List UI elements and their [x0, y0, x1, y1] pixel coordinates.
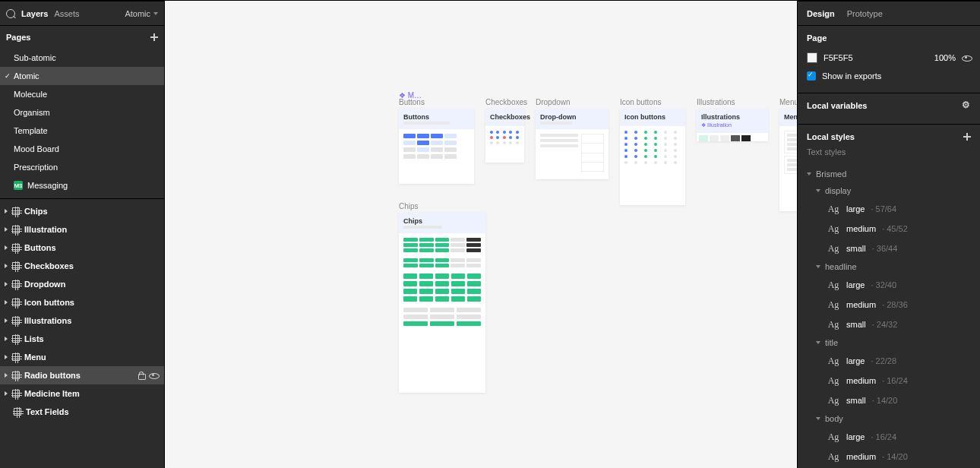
style-family-label: Brismed: [816, 169, 846, 179]
layer-label: Chips: [24, 207, 158, 216]
style-name: medium: [846, 376, 876, 385]
text-styles-list[interactable]: BrismeddisplayAglarge · 57/64Agmedium · …: [798, 160, 980, 468]
frame-icon: [12, 280, 20, 288]
text-style-item[interactable]: Agsmall · 14/20: [798, 391, 980, 410]
layer-item[interactable]: Chips: [0, 202, 164, 220]
style-group-header[interactable]: headline: [798, 258, 980, 275]
style-meta: · 16/24: [871, 432, 896, 441]
style-name: large: [846, 204, 865, 213]
text-style-item[interactable]: Aglarge · 57/64: [798, 199, 980, 219]
frame-icon: [12, 226, 20, 233]
text-style-item[interactable]: Agmedium · 16/24: [798, 371, 980, 391]
layer-item[interactable]: Radio buttons: [0, 366, 164, 384]
text-style-item[interactable]: Agsmall · 24/32: [798, 315, 980, 334]
layer-item[interactable]: Buttons: [0, 239, 164, 257]
frame-icon: [12, 244, 20, 251]
style-group-header[interactable]: display: [798, 182, 980, 199]
left-panel-header: Layers Assets Atomic: [0, 2, 164, 26]
page-item-label: Organism: [14, 108, 50, 117]
frame-checkboxes[interactable]: Checkboxes Checkboxes: [485, 109, 524, 163]
frame-illustrations[interactable]: Illustrations Illustrations ❖ Illustrati…: [697, 109, 768, 141]
chevron-right-icon[interactable]: [5, 373, 8, 378]
ag-icon: Ag: [827, 223, 840, 235]
show-exports-checkbox[interactable]: [807, 71, 816, 81]
page-item[interactable]: M3Messaging: [0, 176, 164, 194]
layer-label: Checkboxes: [24, 261, 158, 270]
page-item[interactable]: Atomic: [0, 67, 164, 85]
search-icon[interactable]: [6, 9, 15, 18]
chevron-right-icon[interactable]: [5, 264, 8, 268]
lock-icon[interactable]: [137, 371, 146, 380]
page-item[interactable]: Sub-atomic: [0, 49, 164, 67]
page-opacity[interactable]: 100%: [934, 53, 956, 62]
layer-item[interactable]: Checkboxes: [0, 257, 164, 275]
frame-title: Icon buttons: [624, 113, 681, 121]
chevron-right-icon[interactable]: [5, 337, 8, 341]
layer-item[interactable]: Medicine Item: [0, 384, 164, 403]
frame-chips[interactable]: Chips Chips: [399, 213, 485, 393]
eye-icon[interactable]: [962, 53, 971, 62]
add-page-icon[interactable]: [150, 33, 158, 41]
settings-icon[interactable]: [962, 101, 971, 110]
page-item[interactable]: Mood Board: [0, 140, 164, 158]
pages-list[interactable]: Sub-atomicAtomicMoleculeOrganismTemplate…: [0, 49, 164, 199]
text-style-item[interactable]: Agsmall · 36/44: [798, 239, 980, 258]
chevron-right-icon[interactable]: [5, 391, 8, 396]
text-style-item[interactable]: Aglarge · 32/40: [798, 275, 980, 295]
page-dropdown[interactable]: Atomic: [125, 9, 158, 18]
text-style-item[interactable]: Agmedium · 28/36: [798, 295, 980, 315]
chevron-right-icon[interactable]: [5, 318, 8, 323]
tab-design[interactable]: Design: [807, 9, 835, 18]
layer-item[interactable]: Illustrations: [0, 311, 164, 330]
style-group-label: title: [825, 338, 838, 347]
page-color-swatch[interactable]: [807, 52, 817, 63]
layers-list[interactable]: ChipsIllustrationButtonsCheckboxesDropdo…: [0, 199, 164, 468]
frame-buttons[interactable]: Buttons Buttons: [399, 109, 474, 184]
chevron-right-icon[interactable]: [5, 282, 8, 286]
chevron-right-icon[interactable]: [5, 245, 8, 250]
layer-item[interactable]: Text Fields: [0, 403, 164, 421]
canvas[interactable]: ❖ M… Buttons Buttons Checkboxes Checkbox…: [165, 1, 797, 468]
tab-layers[interactable]: Layers: [21, 9, 48, 18]
style-meta: · 28/36: [882, 300, 908, 309]
right-panel-tabs: Design Prototype: [798, 2, 980, 26]
text-style-item[interactable]: Aglarge · 22/28: [798, 351, 980, 371]
show-exports-label: Show in exports: [822, 71, 881, 81]
layer-label: Icon buttons: [24, 298, 158, 307]
chevron-right-icon[interactable]: [5, 227, 8, 232]
page-item[interactable]: Molecule: [0, 85, 164, 103]
layer-item[interactable]: Icon buttons: [0, 293, 164, 311]
layer-item[interactable]: Illustration: [0, 220, 164, 239]
page-item[interactable]: Organism: [0, 103, 164, 122]
eye-icon[interactable]: [149, 371, 158, 380]
page-item-label: Prescription: [14, 163, 58, 172]
frame-dropdown[interactable]: Dropdown Drop-down: [536, 109, 609, 179]
add-style-icon[interactable]: [963, 133, 971, 141]
page-item[interactable]: Template: [0, 122, 164, 140]
frame-title: Checkboxes: [490, 113, 520, 121]
frame-icon-buttons[interactable]: Icon buttons Icon buttons: [620, 109, 685, 205]
page-color-value[interactable]: F5F5F5: [824, 53, 853, 62]
style-group-header[interactable]: body: [798, 410, 980, 427]
text-style-item[interactable]: Agmedium · 45/52: [798, 219, 980, 239]
style-meta: · 22/28: [871, 356, 896, 365]
frame-menu[interactable]: Menu Menu: [779, 109, 797, 211]
tab-assets[interactable]: Assets: [54, 9, 79, 18]
layer-item[interactable]: Lists: [0, 330, 164, 348]
chevron-right-icon[interactable]: [5, 300, 8, 305]
ag-icon: Ag: [827, 319, 840, 330]
ag-icon: Ag: [827, 299, 840, 311]
chevron-right-icon[interactable]: [5, 209, 8, 213]
text-style-item[interactable]: Aglarge · 16/24: [798, 427, 980, 447]
style-family-header[interactable]: Brismed: [798, 166, 980, 182]
frame-icon: [12, 372, 20, 379]
layer-item[interactable]: Menu: [0, 348, 164, 366]
style-group-header[interactable]: title: [798, 334, 980, 351]
layer-item[interactable]: Dropdown: [0, 275, 164, 293]
ag-icon: Ag: [827, 451, 840, 463]
page-section-title: Page: [807, 33, 827, 43]
tab-prototype[interactable]: Prototype: [847, 9, 883, 18]
page-item[interactable]: Prescription: [0, 158, 164, 176]
text-style-item[interactable]: Agmedium · 14/20: [798, 447, 980, 466]
chevron-right-icon[interactable]: [5, 355, 8, 359]
